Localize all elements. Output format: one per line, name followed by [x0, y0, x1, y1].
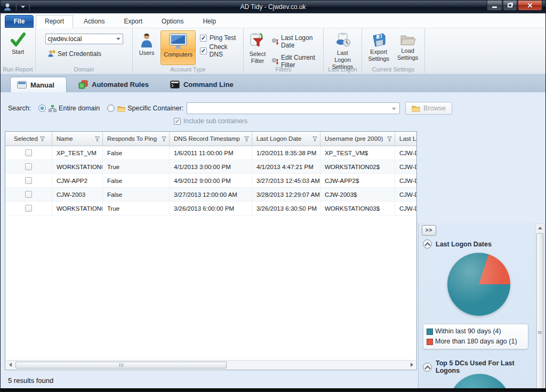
tab-manual[interactable]: Manual	[10, 77, 67, 92]
save-floppy-icon	[371, 33, 386, 47]
select-filter-button[interactable]: Select Filter	[246, 30, 269, 65]
minimize-button[interactable]	[487, 1, 502, 11]
row-checkbox[interactable]	[25, 191, 32, 198]
browse-button[interactable]: Browse	[405, 102, 452, 115]
cell-name: CJW-2003	[52, 188, 103, 201]
export-settings-button[interactable]: Export Settings	[364, 30, 393, 65]
scroll-left-button[interactable]	[6, 361, 14, 369]
cell-name: WORKSTATION03	[52, 202, 103, 215]
users-button[interactable]: Users	[135, 30, 158, 65]
cell-last-logon: 3/28/2013 12:29:07 AM	[252, 188, 320, 201]
legend-item: More than 180 days ago (1)	[427, 337, 525, 347]
column-header-last-logon[interactable]: Last Logon Date	[252, 132, 320, 146]
close-button[interactable]: ✕	[518, 1, 542, 11]
scroll-up-button[interactable]	[536, 224, 544, 232]
collapse-chevron-icon[interactable]	[423, 239, 432, 249]
filter-date-icon	[271, 38, 279, 45]
row-checkbox[interactable]	[25, 177, 32, 184]
scroll-right-button[interactable]	[407, 361, 416, 369]
column-header-selected[interactable]: Selected	[5, 132, 52, 146]
tab-help[interactable]: Help	[194, 15, 224, 28]
cell-ping: False	[103, 174, 170, 187]
restore-button[interactable]	[503, 1, 517, 11]
vertical-scrollbar[interactable]	[535, 223, 544, 392]
filter-icon[interactable]	[244, 137, 249, 141]
tab-report[interactable]: Report	[36, 15, 73, 28]
panel-collapse-button[interactable]: >>	[422, 225, 436, 236]
filter-icon[interactable]	[312, 137, 317, 141]
column-header-last-dc[interactable]: Last Lo	[395, 132, 416, 146]
check-dns-checkbox[interactable]: ✓ Check DNS	[200, 43, 241, 58]
filter-icon[interactable]	[387, 137, 392, 141]
row-checkbox[interactable]	[25, 149, 32, 156]
container-combobox[interactable]	[187, 102, 400, 114]
filter-icon[interactable]	[40, 137, 45, 141]
table-row[interactable]: XP_TEST_VM False 1/6/2011 11:00:00 PM 1/…	[5, 146, 416, 160]
ribbon: Start Run Report cjwdev.local ? Set Cred…	[1, 28, 545, 74]
tab-export[interactable]: Export	[115, 15, 151, 28]
bottom-border	[1, 388, 545, 392]
tab-command-line[interactable]: Command Line	[164, 77, 243, 92]
quick-access-caret-icon[interactable]	[21, 6, 25, 8]
last-logon-settings-button[interactable]: Last Logon Settings	[326, 30, 359, 71]
group-last-logon: Last Logon Settings Last Logon	[324, 28, 362, 74]
column-header-ping[interactable]: Responds To Ping	[103, 132, 170, 146]
grid-header-row: Selected Name Responds To Ping DNS Recor…	[5, 132, 416, 146]
terminal-icon	[170, 81, 180, 89]
titlebar[interactable]: AD Tidy - Cjwdev.co.uk ✕	[1, 1, 545, 13]
cell-ping: True	[103, 202, 170, 215]
cell-dns: 3/27/2013 12:00:00 AM	[170, 188, 252, 201]
checkbox-check-icon: ✓	[174, 118, 181, 125]
column-header-name[interactable]: Name	[52, 132, 103, 146]
row-checkbox[interactable]	[25, 205, 32, 212]
legend-swatch	[427, 329, 433, 335]
domain-combobox[interactable]: cjwdev.local	[45, 34, 123, 44]
start-button[interactable]: Start	[3, 30, 33, 57]
include-sub-containers-checkbox[interactable]: ✓ Include sub containers	[174, 117, 247, 125]
container-folder-icon	[117, 105, 125, 112]
scrollbar-thumb[interactable]	[15, 362, 227, 369]
set-credentials-button[interactable]: ? Set Credentials	[45, 49, 130, 59]
filter-icon[interactable]	[162, 137, 166, 141]
cell-last-dc: CJW-DC1	[395, 188, 416, 201]
tab-actions[interactable]: Actions	[75, 15, 113, 28]
section-last-logon-dates[interactable]: Last Logon Dates	[423, 239, 492, 249]
specific-container-radio[interactable]	[107, 105, 115, 112]
filter-icon[interactable]	[95, 137, 100, 141]
table-row[interactable]: CJW-2003 False 3/27/2013 12:00:00 AM 3/2…	[5, 188, 416, 202]
column-header-dns[interactable]: DNS Record Timestamp	[170, 132, 252, 146]
dropdown-arrow-icon	[392, 108, 396, 110]
cell-dns: 3/26/2013 6:00:00 PM	[170, 202, 252, 215]
table-row[interactable]: WORKSTATION02 True 4/1/2013 3:00:00 PM 4…	[5, 160, 416, 174]
view-tab-strip: Manual Automated Rules Command Line	[1, 75, 545, 92]
users-icon	[140, 33, 154, 49]
cell-dns: 4/9/2012 9:00:00 PM	[170, 174, 252, 187]
column-header-username[interactable]: Username (pre 2000)	[320, 132, 395, 146]
entire-domain-radio[interactable]	[38, 105, 46, 112]
load-settings-button[interactable]: Load Settings	[394, 30, 422, 65]
last-logon-date-button[interactable]: Last Logon Date	[269, 33, 321, 50]
scrollbar-thumb[interactable]	[536, 233, 543, 392]
section-top-dcs[interactable]: Top 5 DCs Used For Last Logons	[423, 359, 535, 374]
computers-button[interactable]: Computers	[160, 30, 196, 65]
row-checkbox[interactable]	[25, 163, 32, 170]
tab-file[interactable]: File	[5, 15, 34, 28]
table-row[interactable]: WORKSTATION03 True 3/26/2013 6:00:00 PM …	[5, 202, 416, 215]
entire-domain-label[interactable]: Entire domain	[59, 105, 100, 112]
cell-ping: True	[103, 160, 170, 173]
tab-automated-rules[interactable]: Automated Rules	[72, 77, 158, 92]
table-row[interactable]: CJW-APP2 False 4/9/2012 9:00:00 PM 3/27/…	[5, 174, 416, 188]
collapse-chevron-icon[interactable]	[423, 363, 432, 372]
cell-username: WORKSTATION02$	[320, 160, 395, 173]
legend-swatch	[427, 339, 433, 345]
ping-test-checkbox[interactable]: ✓ Ping Test	[200, 34, 241, 42]
cell-name: XP_TEST_VM	[52, 146, 103, 159]
horizontal-scrollbar[interactable]	[6, 360, 416, 369]
cell-last-dc: CJW-DC1	[395, 160, 416, 173]
last-logon-dates-legend: Within last 90 days (4) More than 180 da…	[423, 324, 528, 349]
tab-options[interactable]: Options	[153, 15, 192, 28]
last-logon-dates-pie-chart	[447, 253, 510, 316]
group-label: Domain	[36, 66, 132, 73]
app-icon	[3, 3, 12, 11]
specific-container-label[interactable]: Specific Container:	[127, 105, 183, 112]
